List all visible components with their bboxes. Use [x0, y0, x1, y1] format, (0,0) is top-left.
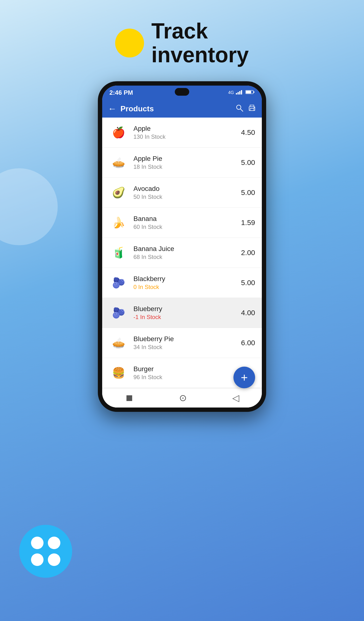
app-bar-actions: [235, 104, 256, 114]
plus-icon: +: [241, 370, 248, 384]
app-icon-dot-2: [48, 537, 60, 549]
product-list: 🍎 Apple 130 In Stock 4.50 🥧 Apple Pie 18…: [102, 118, 262, 408]
product-price-blueberry-pie: 6.00: [241, 339, 255, 347]
app-bar: ← Products: [102, 100, 262, 118]
product-item-avocado[interactable]: 🥑 Avocado 50 In Stock 5.00: [102, 178, 262, 208]
app-icon-dot-4: [48, 553, 60, 566]
product-item-blackberry[interactable]: 🫐 Blackberry 0 In Stock 5.00: [102, 268, 262, 298]
product-stock-blueberry: -1 In Stock: [133, 314, 241, 320]
product-price-banana-juice: 2.00: [241, 249, 255, 257]
svg-rect-2: [239, 91, 241, 94]
svg-point-11: [254, 107, 255, 108]
page-main-title: Track inventory: [151, 19, 249, 67]
product-info-avocado: Avocado 50 In Stock: [128, 185, 241, 200]
app-bar-title: Products: [121, 104, 231, 113]
product-price-banana: 1.59: [241, 219, 255, 227]
back-nav-icon[interactable]: ◁: [232, 393, 239, 403]
app-icon-dot-3: [31, 553, 44, 566]
product-image-blueberry-pie: 🥧: [109, 333, 128, 352]
product-price-blackberry: 5.00: [241, 279, 255, 287]
product-item-banana[interactable]: 🍌 Banana 60 In Stock 1.59: [102, 208, 262, 238]
svg-rect-6: [246, 91, 251, 94]
phone-notch: [175, 88, 189, 96]
product-stock-blackberry: 0 In Stock: [133, 284, 241, 291]
svg-rect-3: [241, 90, 242, 94]
phone-screen: 2:46 PM 4G: [102, 86, 262, 408]
product-info-blueberry-pie: Blueberry Pie 34 In Stock: [128, 335, 241, 350]
signal-bars-icon: [236, 90, 243, 96]
product-item-blueberry-pie[interactable]: 🥧 Blueberry Pie 34 In Stock 6.00: [102, 328, 262, 358]
product-name-blackberry: Blackberry: [133, 275, 241, 283]
phone-outer: 2:46 PM 4G: [98, 81, 266, 412]
battery-icon: [245, 90, 255, 95]
product-image-banana: 🍌: [109, 213, 128, 232]
product-info-blueberry: Blueberry -1 In Stock: [128, 305, 241, 320]
product-price-avocado: 5.00: [241, 189, 255, 197]
product-image-banana-juice: 🧃: [109, 243, 128, 262]
product-stock-burger: 96 In Stock: [133, 374, 228, 380]
product-image-apple: 🍎: [109, 123, 128, 142]
phone-mockup: 2:46 PM 4G: [98, 81, 266, 412]
svg-rect-10: [250, 108, 254, 111]
decorative-circle: [0, 168, 58, 245]
product-info-banana: Banana 60 In Stock: [128, 215, 241, 230]
product-info-burger: Burger 96 In Stock: [128, 365, 228, 380]
product-name-avocado: Avocado: [133, 185, 241, 192]
product-image-blackberry: 🫐: [109, 273, 128, 292]
svg-rect-5: [253, 91, 254, 93]
product-info-apple-pie: Apple Pie 18 In Stock: [128, 155, 241, 170]
add-product-fab[interactable]: +: [233, 367, 255, 388]
product-image-avocado: 🥑: [109, 183, 128, 202]
status-icons: 4G: [228, 90, 255, 96]
product-image-burger: 🍔: [109, 363, 128, 382]
back-button[interactable]: ←: [108, 104, 117, 114]
svg-rect-0: [236, 93, 237, 94]
app-icon: [19, 525, 72, 578]
product-stock-apple: 130 In Stock: [133, 133, 241, 140]
product-item-banana-juice[interactable]: 🧃 Banana Juice 68 In Stock 2.00: [102, 238, 262, 268]
product-item-blueberry[interactable]: 🫐 Blueberry -1 In Stock 4.00: [102, 298, 262, 328]
product-stock-banana: 60 In Stock: [133, 224, 241, 230]
home-nav-icon[interactable]: ⊙: [179, 393, 187, 403]
product-name-apple-pie: Apple Pie: [133, 155, 241, 163]
print-icon[interactable]: [248, 104, 256, 114]
product-name-burger: Burger: [133, 365, 228, 373]
stop-nav-icon[interactable]: ⏹: [125, 393, 134, 403]
product-name-blueberry-pie: Blueberry Pie: [133, 335, 241, 343]
product-price-apple: 4.50: [241, 128, 255, 137]
bottom-nav: ⏹ ⊙ ◁: [102, 388, 262, 408]
product-price-blueberry: 4.00: [241, 309, 255, 317]
product-image-blueberry: 🫐: [109, 303, 128, 322]
svg-line-8: [241, 109, 243, 111]
product-stock-blueberry-pie: 34 In Stock: [133, 344, 241, 350]
product-name-blueberry: Blueberry: [133, 305, 241, 313]
search-icon[interactable]: [235, 104, 243, 114]
svg-rect-1: [238, 92, 239, 94]
product-item-apple-pie[interactable]: 🥧 Apple Pie 18 In Stock 5.00: [102, 148, 262, 178]
app-icon-dots: [31, 537, 60, 566]
product-stock-apple-pie: 18 In Stock: [133, 163, 241, 170]
product-info-apple: Apple 130 In Stock: [128, 125, 241, 140]
product-item-apple[interactable]: 🍎 Apple 130 In Stock 4.50: [102, 118, 262, 148]
product-stock-avocado: 50 In Stock: [133, 193, 241, 200]
product-name-banana-juice: Banana Juice: [133, 245, 241, 253]
product-price-apple-pie: 5.00: [241, 158, 255, 167]
app-icon-dot-1: [31, 537, 44, 549]
product-name-banana: Banana: [133, 215, 241, 223]
page-header: Track inventory: [115, 19, 249, 67]
product-info-banana-juice: Banana Juice 68 In Stock: [128, 245, 241, 260]
product-stock-banana-juice: 68 In Stock: [133, 254, 241, 260]
signal-4g-label: 4G: [228, 90, 234, 95]
product-info-blackberry: Blackberry 0 In Stock: [128, 275, 241, 291]
status-time: 2:46 PM: [109, 89, 133, 96]
status-bar: 2:46 PM 4G: [102, 86, 262, 100]
yellow-circle-decoration: [115, 29, 144, 57]
product-name-apple: Apple: [133, 125, 241, 133]
product-image-apple-pie: 🥧: [109, 153, 128, 172]
